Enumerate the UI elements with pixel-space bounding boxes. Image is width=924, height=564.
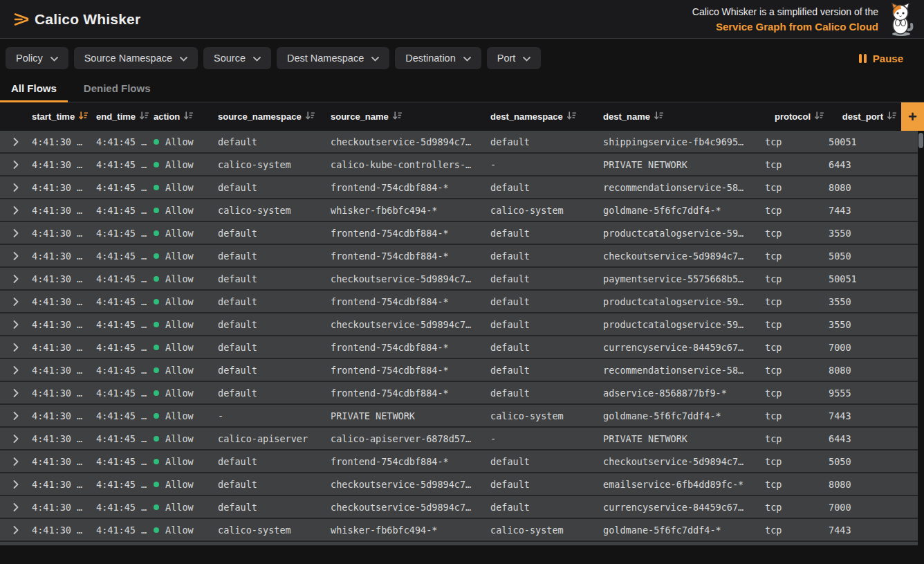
cell-start-time: 4:41:30 … [32, 433, 96, 444]
table-row[interactable]: 4:41:30 … 4:41:45 … Allow default fronte… [0, 222, 918, 245]
scrollbar-thumb[interactable] [918, 133, 923, 148]
expand-chevron-icon[interactable] [0, 457, 32, 466]
chevron-down-icon [523, 53, 530, 64]
cell-protocol: tcp [765, 296, 829, 307]
table-row[interactable]: 4:41:30 … 4:41:45 … Allow default fronte… [0, 382, 918, 405]
table-row[interactable]: 4:41:30 … 4:41:45 … Allow default checko… [0, 473, 918, 496]
action-label: Allow [165, 410, 194, 421]
table-row[interactable]: 4:41:30 … 4:41:45 … Allow calico-apiserv… [0, 428, 918, 451]
expand-chevron-icon[interactable] [0, 503, 32, 511]
filter-policy-button[interactable]: Policy [6, 47, 68, 69]
table-row[interactable]: 4:41:30 … 4:41:45 … Allow calico-system … [0, 154, 918, 176]
cell-protocol: tcp [765, 319, 829, 330]
filter-destination-button[interactable]: Destination [395, 47, 481, 69]
expand-chevron-icon[interactable] [0, 412, 32, 420]
expand-chevron-icon[interactable] [0, 252, 32, 260]
column-header-dest-name[interactable]: dest_name [603, 111, 765, 122]
table-row[interactable]: 4:41:30 … 4:41:45 … Allow default fronte… [0, 176, 918, 199]
expand-chevron-icon[interactable] [0, 161, 32, 169]
column-header-action[interactable]: action [154, 111, 218, 122]
cell-dest-name: goldmane-5f6fc7ddf4-* [603, 525, 765, 536]
table-row[interactable]: 4:41:30 … 4:41:45 … Allow calico-system … [0, 199, 918, 222]
expand-chevron-icon[interactable] [0, 206, 32, 215]
expand-chevron-icon[interactable] [0, 183, 32, 192]
cell-source-name: checkoutservice-5d9894c7… [331, 502, 490, 513]
filter-port-button[interactable]: Port [487, 47, 542, 69]
sort-icon[interactable] [654, 111, 664, 122]
sort-icon[interactable] [887, 111, 897, 122]
table-row[interactable]: 4:41:30 … 4:41:45 … Allow default checko… [0, 313, 918, 336]
cell-dest-port: 7443 [829, 205, 918, 216]
cell-source-namespace: default [218, 342, 331, 353]
expand-chevron-icon[interactable] [0, 138, 32, 146]
cell-end-time: 4:41:45 … [96, 251, 154, 262]
sort-icon[interactable] [305, 111, 315, 122]
filter-dest-namespace-label: Dest Namespace [287, 53, 364, 64]
table-row[interactable]: 4:41:30 … 4:41:45 … Allow default checko… [0, 131, 918, 154]
cell-source-namespace: default [218, 182, 331, 193]
expand-chevron-icon[interactable] [0, 366, 32, 374]
table-row[interactable]: 4:41:30 … 4:41:45 … Allow - PRIVATE NETW… [0, 405, 918, 428]
action-label: Allow [165, 273, 194, 284]
cell-source-namespace: default [218, 296, 331, 307]
sort-icon[interactable] [78, 111, 89, 122]
tab-all-flows[interactable]: All Flows [0, 75, 68, 102]
sort-icon[interactable] [139, 111, 149, 122]
column-header-end-time[interactable]: end_time [96, 111, 154, 122]
app-title: Calico Whisker [35, 11, 140, 28]
expand-chevron-icon[interactable] [0, 480, 32, 489]
cell-source-namespace: default [218, 479, 331, 490]
expand-chevron-icon[interactable] [0, 343, 32, 352]
cell-source-namespace: default [218, 273, 331, 284]
column-header-source-namespace[interactable]: source_namespace [218, 111, 331, 122]
table-row[interactable]: 4:41:30 … 4:41:45 … Allow default fronte… [0, 336, 918, 359]
sort-icon[interactable] [183, 111, 194, 122]
cell-dest-namespace: - [490, 433, 603, 444]
column-header-source-name[interactable]: source_name [331, 111, 490, 122]
column-header-dest-port[interactable]: dest_port [829, 111, 901, 122]
action-label: Allow [165, 342, 194, 353]
expand-chevron-icon[interactable] [0, 435, 32, 443]
expand-chevron-icon[interactable] [0, 320, 32, 329]
table-row[interactable]: 4:41:30 … 4:41:45 … Allow default fronte… [0, 291, 918, 313]
cell-end-time: 4:41:45 … [96, 319, 154, 330]
cell-dest-namespace: default [490, 182, 603, 193]
expand-chevron-icon[interactable] [0, 298, 32, 306]
sort-icon[interactable] [566, 111, 577, 122]
cell-dest-namespace: calico-system [490, 525, 603, 536]
column-header-protocol[interactable]: protocol [765, 111, 829, 122]
cell-dest-port: 7000 [829, 502, 918, 513]
filter-source-namespace-button[interactable]: Source Namespace [74, 47, 198, 69]
column-header-start-time[interactable]: start_time [32, 111, 96, 122]
column-header-dest-namespace[interactable]: dest_namespace [490, 111, 603, 122]
cell-dest-port: 7443 [829, 410, 918, 421]
table-row[interactable]: 4:41:30 … 4:41:45 … Allow calico-system … [0, 519, 918, 542]
cell-dest-name: productcatalogservice-59… [603, 319, 765, 330]
cell-protocol: tcp [765, 456, 829, 467]
service-graph-link[interactable]: Service Graph from Calico Cloud [692, 19, 878, 34]
sort-icon[interactable] [814, 111, 824, 122]
expand-chevron-icon[interactable] [0, 229, 32, 237]
table-row[interactable]: 4:41:30 … 4:41:45 … Allow default fronte… [0, 451, 918, 473]
cell-source-name: calico-kube-controllers-… [331, 159, 490, 170]
filter-dest-namespace-button[interactable]: Dest Namespace [277, 47, 389, 69]
cell-dest-name: goldmane-5f6fc7ddf4-* [603, 410, 765, 421]
expand-chevron-icon[interactable] [0, 389, 32, 397]
table-row[interactable]: 4:41:30 … 4:41:45 … Allow default fronte… [0, 359, 918, 382]
tab-denied-flows[interactable]: Denied Flows [73, 75, 162, 102]
allow-status-dot [154, 185, 159, 190]
expand-chevron-icon[interactable] [0, 275, 32, 283]
filter-source-button[interactable]: Source [203, 47, 271, 69]
table-row[interactable]: 4:41:30 … 4:41:45 … Allow default fronte… [0, 245, 918, 268]
action-label: Allow [165, 136, 194, 147]
sort-icon[interactable] [392, 111, 403, 122]
cell-start-time: 4:41:30 … [32, 182, 96, 193]
pause-button[interactable]: Pause [859, 53, 913, 64]
add-column-button[interactable]: + [901, 102, 924, 131]
table-row[interactable]: 4:41:30 … 4:41:45 … Allow default checko… [0, 496, 918, 519]
table-row[interactable]: 4:41:30 … 4:41:45 … Allow default checko… [0, 268, 918, 291]
cell-protocol: tcp [765, 479, 829, 490]
cell-action: Allow [154, 525, 218, 536]
cell-dest-name: checkoutservice-5d9894c7… [603, 251, 765, 262]
expand-chevron-icon[interactable] [0, 526, 32, 534]
